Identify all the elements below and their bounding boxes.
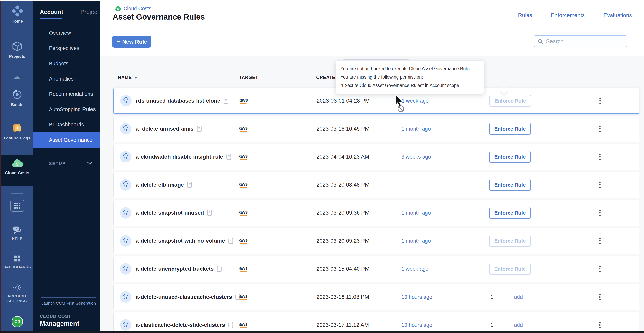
- module-label: Home: [1, 19, 33, 24]
- sidebar-item-dashboards[interactable]: DASHBOARDS: [1, 254, 33, 269]
- builds-icon: [1, 89, 33, 101]
- table-row[interactable]: a-cloudwatch-disable-insight-rule aws 20…: [113, 144, 639, 170]
- menu-item-bi-dashboards[interactable]: BI Dashboards: [33, 117, 100, 132]
- table-row[interactable]: a-delete-elb-image aws 2023-03-20 08:48 …: [113, 172, 639, 198]
- aws-text: aws: [239, 238, 248, 242]
- created-on: 2023-03-15 04:40 PM: [316, 266, 370, 272]
- new-rule-label: New Rule: [122, 39, 147, 45]
- kebab-menu-icon[interactable]: [597, 210, 602, 216]
- last-evaluation: 1 week ago: [402, 266, 428, 272]
- kebab-menu-icon[interactable]: [597, 266, 602, 272]
- enforcement-cell: Enforce Rule: [489, 123, 531, 135]
- avatar[interactable]: CJ: [12, 316, 23, 327]
- sort-desc-icon: [134, 77, 138, 79]
- nav-link-evaluations[interactable]: Evaluations: [604, 12, 632, 19]
- copy-icon[interactable]: [228, 322, 233, 328]
- sidebar-item-help[interactable]: ? HELP: [1, 226, 33, 241]
- add-enforcement-link[interactable]: + add: [510, 322, 523, 328]
- tab-project[interactable]: Project: [80, 9, 99, 15]
- table-row[interactable]: a-delete-snapshot-unused aws 2023-03-20 …: [113, 200, 639, 226]
- add-enforcement-link[interactable]: + add: [510, 294, 523, 300]
- product-branding: CLOUD COST Management: [40, 314, 79, 327]
- kebab-menu-icon[interactable]: [597, 154, 602, 160]
- created-on: 2023-03-01 04:28 PM: [316, 98, 370, 104]
- enforce-rule-button[interactable]: Enforce Rule: [489, 151, 531, 163]
- svg-text:$: $: [16, 162, 18, 167]
- aws-logo: aws: [239, 182, 248, 188]
- sidebar-item-home[interactable]: Home: [1, 5, 33, 24]
- enforce-rule-button[interactable]: Enforce Rule: [489, 263, 531, 275]
- product-eyebrow: CLOUD COST: [40, 314, 79, 319]
- copy-icon[interactable]: [197, 125, 202, 132]
- table-row[interactable]: a-elasticache-delete-stale-clusters aws …: [113, 312, 639, 333]
- column-header-target[interactable]: TARGET: [239, 75, 258, 80]
- module-grid-icon[interactable]: [10, 200, 24, 212]
- sidebar-item-feature-flags[interactable]: Feature Flags: [1, 122, 33, 140]
- table-row[interactable]: a-delete-snapshot-with-no-volume aws 202…: [113, 228, 639, 254]
- menu-panel: Account Project OverviewPerspectivesBudg…: [33, 0, 100, 333]
- help-chat-icon: ?: [1, 226, 33, 235]
- enforce-rule-button[interactable]: Enforce Rule: [489, 235, 531, 247]
- menu-item-overview[interactable]: Overview: [33, 25, 100, 41]
- table-row[interactable]: a-delete-unencrypted-buckets aws 2023-03…: [113, 256, 639, 282]
- copy-icon[interactable]: [228, 237, 233, 244]
- gear-icon: [1, 283, 33, 292]
- search-input[interactable]: [546, 38, 620, 45]
- enforce-rule-button[interactable]: Enforce Rule: [489, 95, 531, 107]
- enforce-rule-button[interactable]: Enforce Rule: [489, 123, 531, 135]
- kebab-menu-icon[interactable]: [597, 294, 602, 300]
- aws-logo: aws: [239, 238, 248, 244]
- new-rule-button[interactable]: + New Rule: [112, 36, 151, 48]
- kebab-menu-icon[interactable]: [597, 126, 602, 132]
- aws-text: aws: [239, 126, 248, 130]
- rule-icon: [120, 123, 132, 134]
- menu-item-recommendations[interactable]: Recommendations: [33, 86, 100, 102]
- launch-ccm-first-gen-button[interactable]: Launch CCM First Generation: [40, 297, 97, 308]
- copy-icon[interactable]: [217, 266, 222, 272]
- divider: [11, 193, 23, 194]
- copy-icon[interactable]: [224, 97, 228, 104]
- menu-item-anomalies[interactable]: Anomalies: [33, 71, 100, 86]
- last-evaluation: -: [402, 182, 403, 188]
- module-label: Projects: [1, 54, 33, 59]
- kebab-menu-icon[interactable]: [597, 182, 602, 188]
- menu-item-perspectives[interactable]: Perspectives: [33, 41, 100, 56]
- svg-text:$: $: [117, 8, 119, 11]
- aws-text: aws: [239, 154, 248, 158]
- main-content: $ Cloud Costs › Asset Governance Rules R…: [100, 0, 644, 333]
- sidebar-item-builds[interactable]: Builds: [1, 89, 33, 107]
- copy-icon[interactable]: [226, 153, 231, 160]
- menu-item-autostopping-rules[interactable]: AutoStopping Rules: [33, 102, 100, 117]
- cloud-costs-icon: $: [114, 6, 122, 12]
- menu-item-asset-governance[interactable]: Asset Governance: [33, 132, 100, 148]
- aws-logo: aws: [239, 210, 248, 216]
- enforce-rule-button[interactable]: Enforce Rule: [489, 179, 531, 191]
- collapse-up-icon[interactable]: [1, 76, 33, 79]
- copy-icon[interactable]: [207, 209, 212, 216]
- enforce-rule-button[interactable]: Enforce Rule: [489, 207, 531, 219]
- aws-logo: aws: [240, 98, 248, 104]
- tab-account[interactable]: Account: [40, 9, 63, 15]
- nav-link-rules[interactable]: Rules: [518, 12, 532, 19]
- sidebar-item-account-settings[interactable]: ACCOUNT SETTINGS: [1, 283, 33, 303]
- rule-name: a-delete-unencrypted-buckets: [136, 266, 214, 272]
- module-strip: Home Projects Builds Feature Flags: [1, 0, 33, 333]
- setup-section-toggle[interactable]: SETUP: [33, 159, 100, 169]
- header-nav: Rules Enforcements Evaluations: [518, 12, 632, 19]
- cloud-costs-icon: $: [1, 158, 33, 169]
- breadcrumb-cloud-costs[interactable]: Cloud Costs: [124, 6, 151, 12]
- copy-icon[interactable]: [187, 181, 192, 188]
- sidebar-item-cloud-costs[interactable]: $ Cloud Costs: [1, 158, 33, 175]
- table-row[interactable]: a-delete-unused-elasticache-clusters aws…: [113, 284, 639, 310]
- nav-link-enforcements[interactable]: Enforcements: [551, 12, 585, 19]
- table-row[interactable]: a- delete-unused-amis aws 2023-03-16 10:…: [113, 116, 639, 142]
- sidebar-item-projects[interactable]: Projects: [1, 40, 33, 59]
- cube-icon: [1, 40, 33, 53]
- kebab-menu-icon[interactable]: [597, 238, 602, 244]
- kebab-menu-icon[interactable]: [597, 322, 602, 328]
- menu-item-budgets[interactable]: Budgets: [33, 56, 100, 71]
- last-evaluation: 10 hours ago: [402, 322, 432, 328]
- kebab-menu-icon[interactable]: [598, 98, 602, 104]
- column-header-name[interactable]: NAME: [118, 75, 138, 80]
- rule-icon: [120, 151, 132, 162]
